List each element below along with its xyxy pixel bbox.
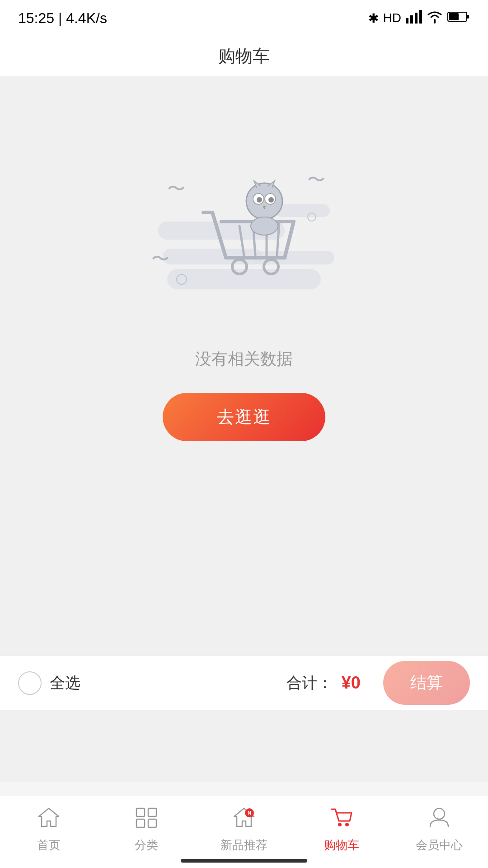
svg-point-27 xyxy=(345,823,349,826)
hd-label: HD xyxy=(383,11,401,25)
svg-point-13 xyxy=(264,259,278,274)
cart-nav-icon xyxy=(330,807,353,834)
select-all-area[interactable]: 全选 xyxy=(18,671,80,695)
svg-rect-6 xyxy=(449,13,459,20)
bottom-indicator xyxy=(181,859,307,863)
bluetooth-icon: ✱ xyxy=(368,11,379,26)
svg-point-19 xyxy=(251,217,278,235)
svg-point-28 xyxy=(434,808,445,819)
select-all-label: 全选 xyxy=(50,673,80,693)
cart-icon xyxy=(176,176,312,303)
member-icon xyxy=(427,807,451,834)
wifi-icon xyxy=(427,10,443,27)
total-area: 合计： ¥0 结算 xyxy=(286,661,470,705)
nav-label-cart: 购物车 xyxy=(324,837,359,853)
nav-item-member[interactable]: 会员中心 xyxy=(403,807,475,853)
svg-text:N: N xyxy=(248,811,251,816)
svg-rect-22 xyxy=(136,819,145,827)
svg-rect-20 xyxy=(136,808,145,816)
nav-item-cart[interactable]: 购物车 xyxy=(305,807,378,853)
battery-icon xyxy=(447,11,470,26)
svg-point-12 xyxy=(232,259,247,274)
nav-label-category: 分类 xyxy=(135,837,158,853)
page-header: 购物车 xyxy=(0,36,488,77)
status-bar: 15:25 | 4.4K/s ✱ HD xyxy=(0,0,488,36)
nav-item-new-products[interactable]: N 新品推荐 xyxy=(208,807,280,853)
status-time: 15:25 | 4.4K/s xyxy=(18,10,107,27)
status-icons: ✱ HD xyxy=(368,10,470,27)
svg-rect-5 xyxy=(467,15,469,19)
total-amount: ¥0 xyxy=(342,673,361,693)
nav-label-member: 会员中心 xyxy=(416,837,463,853)
empty-message: 没有相关数据 xyxy=(195,348,293,370)
nav-item-home[interactable]: 首页 xyxy=(13,807,85,853)
svg-rect-1 xyxy=(410,15,413,24)
svg-rect-23 xyxy=(148,819,156,827)
new-products-icon: N xyxy=(232,807,256,834)
svg-point-17 xyxy=(257,197,262,203)
checkout-button[interactable]: 结算 xyxy=(383,661,470,705)
svg-point-18 xyxy=(268,197,274,203)
nav-item-category[interactable]: 分类 xyxy=(110,807,183,853)
page-title: 购物车 xyxy=(218,45,270,68)
svg-point-26 xyxy=(338,823,342,826)
svg-rect-3 xyxy=(419,10,422,24)
svg-line-8 xyxy=(239,226,244,255)
total-label: 合计： xyxy=(286,673,333,693)
select-all-checkbox[interactable] xyxy=(18,671,42,695)
empty-illustration: 〜 〜 〜 xyxy=(149,158,339,330)
svg-point-14 xyxy=(246,183,282,219)
nav-label-home: 首页 xyxy=(37,837,61,853)
svg-rect-2 xyxy=(415,13,418,24)
browse-button[interactable]: 去逛逛 xyxy=(163,393,325,441)
wave-decor-3: 〜 xyxy=(151,246,169,271)
svg-rect-0 xyxy=(406,18,408,24)
bottom-navigation: 首页 分类 N 新品推荐 xyxy=(0,796,488,868)
svg-rect-21 xyxy=(148,808,156,816)
home-icon xyxy=(37,807,61,834)
category-icon xyxy=(135,807,158,834)
main-content: 〜 〜 〜 xyxy=(0,77,488,782)
signal-icon xyxy=(406,10,422,27)
nav-label-new-products: 新品推荐 xyxy=(221,837,267,853)
action-bar: 全选 合计： ¥0 结算 xyxy=(0,656,488,710)
